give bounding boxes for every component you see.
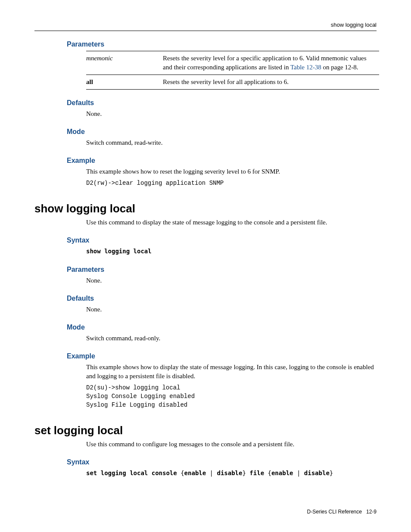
- parameters-table: mnemonic Resets the severity level for a…: [86, 51, 379, 90]
- param-name: all: [86, 75, 163, 90]
- running-head: show logging local: [34, 22, 377, 31]
- heading-defaults: Defaults: [67, 99, 377, 107]
- defaults-text: None.: [86, 109, 377, 118]
- param-desc: Resets the severity level for a specific…: [163, 51, 379, 75]
- heading-parameters: Parameters: [67, 40, 377, 48]
- cross-reference-link[interactable]: Table 12-38: [290, 64, 321, 71]
- table-row: mnemonic Resets the severity level for a…: [86, 51, 379, 75]
- syntax-code: show logging local: [86, 247, 377, 256]
- example-code: D2(rw)->clear logging application SNMP: [86, 179, 377, 187]
- command-intro: Use this command to display the state of…: [86, 218, 377, 227]
- command-intro: Use this command to configure log messag…: [86, 440, 377, 449]
- param-desc: Resets the severity level for all applic…: [163, 75, 379, 90]
- heading-syntax: Syntax: [67, 458, 377, 466]
- heading-parameters: Parameters: [67, 266, 377, 274]
- command-title-set-logging-local: set logging local: [34, 424, 377, 437]
- example-code: D2(su)->show logging local Syslog Consol…: [86, 383, 377, 410]
- mode-text: Switch command, read-write.: [86, 138, 377, 147]
- command-title-show-logging-local: show logging local: [34, 202, 377, 215]
- page: show logging local Parameters mnemonic R…: [0, 0, 411, 532]
- footer-page-number: 12-9: [366, 509, 377, 515]
- page-footer: D-Series CLI Reference 12-9: [307, 509, 377, 515]
- table-row: all Resets the severity level for all ap…: [86, 75, 379, 90]
- syntax-code: set logging local console {enable | disa…: [86, 469, 377, 478]
- heading-defaults: Defaults: [67, 295, 377, 302]
- heading-example: Example: [67, 157, 377, 165]
- defaults-text: None.: [86, 305, 377, 314]
- heading-mode: Mode: [67, 128, 377, 136]
- example-text: This example shows how to display the st…: [86, 363, 377, 381]
- heading-mode: Mode: [67, 324, 377, 331]
- heading-syntax: Syntax: [67, 236, 377, 244]
- example-text: This example shows how to reset the logg…: [86, 167, 377, 176]
- mode-text: Switch command, read-only.: [86, 334, 377, 343]
- param-name: mnemonic: [86, 51, 163, 75]
- heading-example: Example: [67, 352, 377, 360]
- parameters-text: None.: [86, 276, 377, 285]
- footer-doc-title: D-Series CLI Reference: [307, 509, 362, 515]
